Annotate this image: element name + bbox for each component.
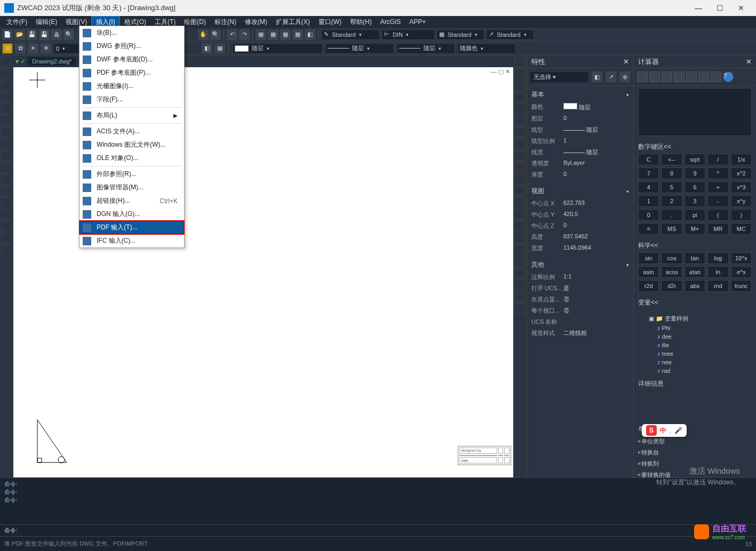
calc-button[interactable]: x^2 bbox=[731, 167, 752, 179]
variable-item[interactable]: x nee bbox=[642, 358, 747, 366]
region-tool-icon[interactable] bbox=[1, 209, 12, 220]
calc-button[interactable]: 5 bbox=[661, 181, 682, 193]
calc-sci-button[interactable]: e^x bbox=[731, 266, 752, 278]
calc-button[interactable]: MS bbox=[661, 223, 682, 235]
modify-array-icon[interactable] bbox=[514, 103, 525, 114]
new-icon[interactable]: 📄 bbox=[2, 29, 13, 40]
calc-sci-button[interactable]: tan bbox=[685, 252, 705, 264]
property-row[interactable]: 图层0 bbox=[531, 113, 629, 124]
group-title-basic[interactable]: 基本▾ bbox=[531, 88, 629, 101]
property-row[interactable]: 中心点 X622.783 bbox=[531, 198, 629, 209]
calc-paste-icon[interactable] bbox=[662, 71, 672, 82]
modify-extend-icon[interactable] bbox=[514, 174, 525, 185]
calc-button[interactable]: * bbox=[707, 167, 728, 179]
modify-fillet-icon[interactable] bbox=[514, 221, 525, 231]
print-icon[interactable]: 🖶 bbox=[51, 29, 62, 40]
calc-help-icon[interactable]: ? bbox=[723, 71, 734, 82]
layer-icon[interactable]: ▦ bbox=[214, 43, 225, 54]
context-menu-item[interactable]: 字段(F)... bbox=[79, 93, 184, 106]
calc-sci-button[interactable]: log bbox=[707, 252, 728, 264]
table-tool-icon[interactable] bbox=[1, 197, 12, 208]
calc-sci-button[interactable]: sin bbox=[638, 252, 659, 264]
calc-sci-title[interactable]: 科学<< bbox=[638, 239, 752, 252]
menu-help[interactable]: 帮助(H) bbox=[346, 17, 376, 28]
modify-scale-icon[interactable] bbox=[514, 139, 525, 149]
table-style-dropdown[interactable]: ▦Standard▾ bbox=[436, 29, 484, 40]
mleader-style-dropdown[interactable]: ↗Standard▾ bbox=[486, 29, 534, 40]
calc-clear-icon[interactable] bbox=[637, 71, 648, 82]
line-tool-icon[interactable] bbox=[1, 57, 12, 67]
layer-icon[interactable]: ⊞ bbox=[2, 43, 13, 54]
property-row[interactable]: 在原点显...否 bbox=[531, 294, 629, 305]
menu-file[interactable]: 文件(F) bbox=[2, 17, 31, 28]
context-menu-item[interactable]: DWF 参考底图(D)... bbox=[79, 53, 184, 66]
calc-sci-button[interactable]: trunc bbox=[731, 280, 752, 292]
layer-icon[interactable]: ◧ bbox=[202, 43, 212, 54]
tool-icon[interactable]: ▦ bbox=[280, 29, 291, 40]
minimize-button[interactable]: — bbox=[688, 0, 709, 16]
calc-button[interactable]: <-- bbox=[661, 154, 682, 165]
select-icon[interactable]: ↗ bbox=[606, 71, 616, 82]
property-value[interactable]: 420.5 bbox=[563, 211, 629, 219]
group-title-other[interactable]: 其他▾ bbox=[531, 258, 629, 271]
rectangle-tool-icon[interactable] bbox=[1, 103, 12, 114]
variable-item[interactable]: x ille bbox=[642, 341, 747, 349]
save-icon[interactable]: 💾 bbox=[27, 29, 37, 40]
context-menu-item[interactable]: PDF 输入(T)... bbox=[79, 221, 184, 234]
modify-chamfer-icon[interactable] bbox=[514, 209, 525, 220]
calc-button[interactable]: 1 bbox=[638, 195, 659, 207]
calc-sci-button[interactable]: r2d bbox=[638, 280, 659, 292]
property-value[interactable]: 0 bbox=[563, 171, 629, 179]
menu-appplus[interactable]: APP+ bbox=[405, 17, 430, 27]
open-icon[interactable]: 📂 bbox=[14, 29, 25, 40]
close-button[interactable]: ✕ bbox=[730, 0, 752, 16]
property-row[interactable]: 视觉样式二维线框 bbox=[531, 328, 629, 339]
modify-tool-icon[interactable] bbox=[514, 291, 525, 302]
modify-rotate-icon[interactable] bbox=[514, 127, 525, 138]
calc-sci-button[interactable]: rnd bbox=[707, 280, 728, 292]
property-value[interactable]: 1145.0964 bbox=[563, 244, 629, 252]
calc-sci-button[interactable]: cos bbox=[661, 252, 682, 264]
var-folder[interactable]: ▣ 📁 变量样例 bbox=[642, 314, 747, 324]
menu-edit[interactable]: 编辑(E) bbox=[31, 17, 61, 28]
calc-display[interactable] bbox=[638, 88, 752, 136]
property-row[interactable]: 厚度0 bbox=[531, 169, 629, 180]
property-row[interactable]: 高度837.5452 bbox=[531, 231, 629, 243]
layer-tool-icon[interactable]: ☀ bbox=[28, 43, 38, 54]
tool-icon[interactable]: ▦ bbox=[292, 29, 303, 40]
linetype-dropdown[interactable]: 随层▾ bbox=[325, 43, 394, 54]
calc-sci-button[interactable]: acos bbox=[661, 266, 682, 278]
property-row[interactable]: 宽度1145.0964 bbox=[531, 243, 629, 254]
layer-tool-icon[interactable]: ✿ bbox=[15, 43, 26, 54]
calc-button[interactable]: 3 bbox=[685, 195, 705, 207]
tool-icon[interactable]: ◧ bbox=[305, 29, 315, 40]
quickselect-icon[interactable]: ◧ bbox=[592, 71, 602, 82]
calc-button[interactable]: 1/x bbox=[731, 154, 752, 165]
calc-button[interactable]: = bbox=[638, 223, 659, 235]
calc-dist-icon[interactable] bbox=[686, 71, 697, 82]
modify-copy-icon[interactable] bbox=[514, 68, 525, 79]
modify-break-icon[interactable] bbox=[514, 186, 525, 196]
property-row[interactable]: 注释比例1:1 bbox=[531, 271, 629, 283]
calc-intersect-icon[interactable] bbox=[711, 71, 721, 82]
point-tool-icon[interactable] bbox=[1, 162, 12, 173]
modify-erase-icon[interactable] bbox=[514, 57, 525, 67]
context-menu-item[interactable]: PDF 参考底图(P)... bbox=[79, 66, 184, 79]
mdi-restore-icon[interactable]: ▢ bbox=[498, 68, 504, 75]
context-menu-item[interactable]: OLE 对象(O)... bbox=[79, 151, 184, 165]
modify-tool-icon[interactable] bbox=[514, 303, 525, 314]
arc-tool-icon[interactable] bbox=[1, 92, 12, 102]
calc-button[interactable]: ) bbox=[731, 209, 752, 221]
property-value[interactable]: 随层 bbox=[563, 126, 629, 134]
modify-trim-icon[interactable] bbox=[514, 162, 525, 173]
modify-explode-icon[interactable] bbox=[514, 233, 525, 243]
context-menu-item[interactable]: Windows 图元文件(W)... bbox=[79, 138, 184, 151]
calc-button[interactable]: 2 bbox=[661, 195, 682, 207]
variable-item[interactable]: x rad bbox=[642, 366, 747, 375]
selection-dropdown[interactable]: 无选择 ▾ ◧ ↗ ⊗ bbox=[527, 68, 633, 86]
calc-button[interactable]: x^y bbox=[731, 195, 752, 207]
property-value[interactable]: 是 bbox=[563, 284, 629, 292]
context-menu-item[interactable]: 光栅图像(I)... bbox=[79, 79, 184, 93]
calc-button[interactable]: . bbox=[661, 209, 682, 221]
calc-sci-button[interactable]: ln bbox=[707, 266, 728, 278]
